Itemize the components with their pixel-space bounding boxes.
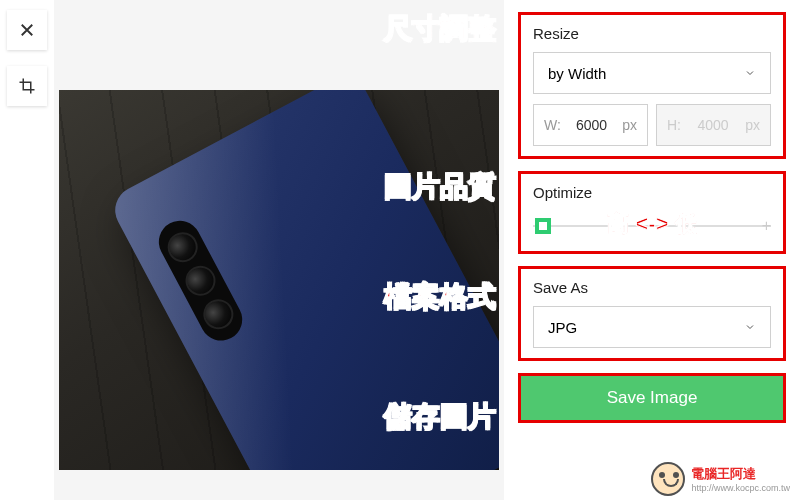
crop-button[interactable]	[7, 66, 47, 106]
chevron-down-icon	[744, 321, 756, 333]
width-field[interactable]: W: 6000 px	[533, 104, 648, 146]
format-select[interactable]: JPG	[533, 306, 771, 348]
format-value: JPG	[548, 319, 577, 336]
optimize-section: Optimize + 高 <-> 低	[518, 171, 786, 254]
resize-mode-select[interactable]: by Width	[533, 52, 771, 94]
optimize-title: Optimize	[533, 184, 771, 201]
annotation-slider-hint: 高 <-> 低	[607, 209, 696, 239]
quality-slider[interactable]: + 高 <-> 低	[533, 211, 771, 241]
watermark-avatar	[651, 462, 685, 496]
height-value: 4000	[687, 117, 739, 133]
height-field: H: 4000 px	[656, 104, 771, 146]
image-preview	[54, 0, 504, 500]
width-unit: px	[622, 117, 637, 133]
watermark-site-name: 電腦王阿達	[691, 465, 790, 483]
chevron-down-icon	[744, 67, 756, 79]
saveas-section: Save As JPG	[518, 266, 786, 361]
height-label: H:	[667, 117, 681, 133]
saveas-title: Save As	[533, 279, 771, 296]
resize-mode-value: by Width	[548, 65, 606, 82]
watermark: 電腦王阿達 http://www.kocpc.com.tw	[651, 462, 790, 496]
resize-title: Resize	[533, 25, 771, 42]
width-value: 6000	[567, 117, 616, 133]
preview-photo	[59, 90, 499, 470]
resize-section: Resize by Width W: 6000 px H: 4000 px	[518, 12, 786, 159]
close-icon	[18, 21, 36, 39]
editor-left-panel: 尺寸調整 圖片品質 檔案格式 儲存圖片	[0, 0, 504, 500]
slider-handle[interactable]	[535, 218, 551, 234]
settings-panel: Resize by Width W: 6000 px H: 4000 px Op…	[504, 0, 800, 500]
plus-icon: +	[762, 217, 771, 235]
close-button[interactable]	[7, 10, 47, 50]
width-label: W:	[544, 117, 561, 133]
watermark-site-url: http://www.kocpc.com.tw	[691, 483, 790, 493]
save-image-button[interactable]: Save Image	[518, 373, 786, 423]
crop-icon	[18, 77, 36, 95]
toolbar	[0, 0, 54, 500]
height-unit: px	[745, 117, 760, 133]
